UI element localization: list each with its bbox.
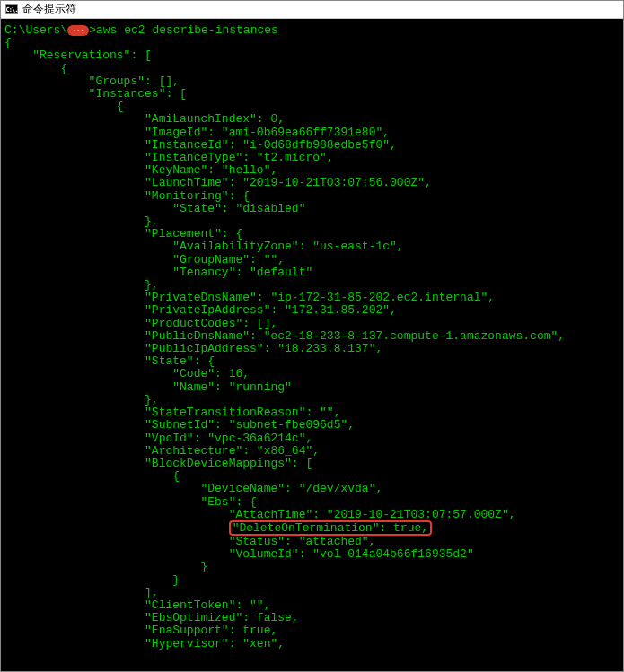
highlighted-line: "DeleteOnTermination": true,: [229, 520, 432, 536]
cmd-icon: C:\.: [4, 4, 19, 16]
window-title: 命令提示符: [22, 2, 76, 17]
window-titlebar: C:\. 命令提示符: [1, 1, 623, 19]
highlight-indent: [4, 521, 229, 535]
json-output-before: { "Reservations": [ { "Groups": [], "Ins…: [4, 37, 620, 521]
prompt-path: C:\Users\: [4, 23, 67, 37]
redacted-username: ···: [67, 25, 89, 36]
terminal-area[interactable]: C:\Users\···>aws ec2 describe-instances …: [1, 19, 623, 671]
json-output-after: "Status": "attached", "VolumeId": "vol-0…: [4, 536, 620, 650]
command-text: >aws ec2 describe-instances: [89, 23, 278, 37]
